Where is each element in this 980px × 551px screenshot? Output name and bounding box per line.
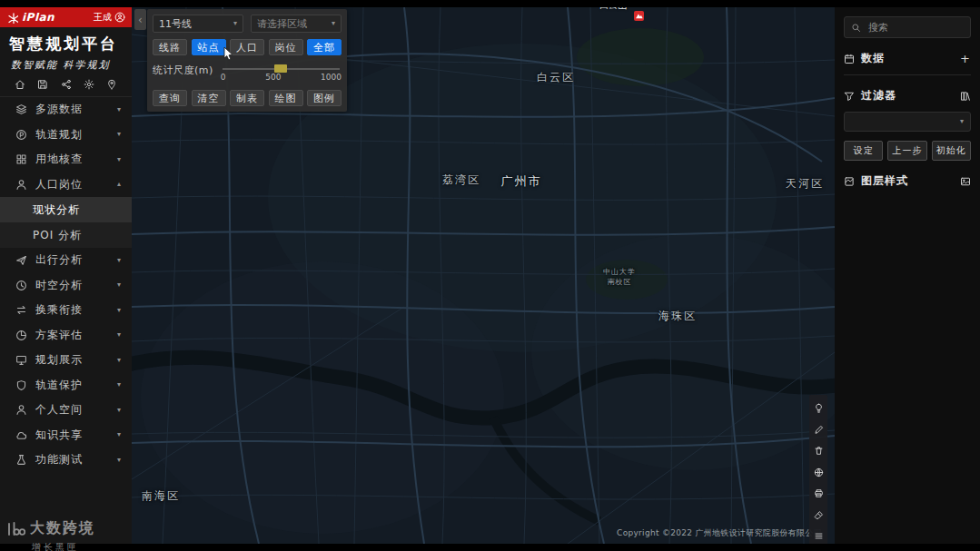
tab-all[interactable]: 全部 (307, 39, 342, 55)
tick-max: 1000 (321, 73, 342, 82)
user-menu[interactable]: 王成 (94, 11, 125, 24)
sidebar-item-land-use-check[interactable]: 用地核查 ▾ (0, 147, 132, 172)
sidebar-item-label: 时空分析 (35, 278, 109, 293)
right-sidebar: 数据 + 过滤器 ▾ 设定 上一步 初始化 图层样式 (835, 7, 980, 544)
chevron-left-icon: ‹ (138, 15, 143, 25)
monitor-icon (15, 354, 27, 366)
image-icon (960, 176, 971, 187)
chevron-down-icon: ▾ (233, 20, 237, 27)
tick-min: 0 (221, 73, 226, 82)
sidebar-item-poi-analysis[interactable]: POI 分析 (0, 222, 132, 248)
add-data-button[interactable]: + (960, 53, 971, 64)
table-button[interactable]: 制表 (230, 90, 264, 106)
layer-style-image-button[interactable] (960, 176, 971, 187)
sidebar-item-multi-source-data[interactable]: 多源数据 ▾ (0, 97, 132, 123)
draw-button[interactable]: 绘图 (269, 90, 303, 106)
person-icon (15, 179, 27, 191)
pie-chart-icon (15, 330, 27, 341)
search-input[interactable] (866, 21, 964, 34)
sidebar-item-transfer-connection[interactable]: 换乘衔接 ▾ (0, 298, 132, 323)
watermark-tagline: 增长黑匣 (6, 541, 95, 551)
initialize-button[interactable]: 初始化 (932, 141, 971, 161)
filter-buttons-row: 设定 上一步 初始化 (844, 141, 971, 161)
sidebar-item-status-analysis[interactable]: 现状分析 (0, 197, 132, 222)
query-button[interactable]: 查询 (153, 90, 187, 106)
filter-icon (844, 91, 855, 102)
settings-button[interactable] (84, 79, 94, 90)
sidebar-item-label: 轨道保护 (35, 378, 109, 393)
books-icon (960, 91, 971, 102)
sidebar-item-label: 方案评估 (35, 328, 109, 343)
watermark-logo (6, 521, 25, 537)
location-button[interactable] (106, 79, 117, 90)
save-button[interactable] (37, 79, 48, 90)
sidebar-menu: 多源数据 ▾ 轨道规划 ▾ 用地核查 ▾ 人口岗位 ▴ 现状分析 (0, 97, 132, 544)
calendar-icon (844, 54, 855, 64)
chevron-down-icon: ▾ (117, 257, 121, 264)
sidebar-item-population-jobs[interactable]: 人口岗位 ▴ (0, 172, 132, 198)
sidebar-item-spatiotemporal-analysis[interactable]: 时空分析 ▾ (0, 273, 132, 299)
previous-step-button[interactable]: 上一步 (887, 141, 926, 161)
eraser-icon (814, 510, 824, 520)
sidebar-item-personal-space[interactable]: 个人空间 ▾ (0, 398, 132, 423)
set-button[interactable]: 设定 (844, 141, 883, 161)
city-label-guangzhou: 广州市 (501, 173, 542, 190)
search-box[interactable] (844, 16, 971, 38)
delete-tool-button[interactable] (809, 440, 827, 462)
line-select[interactable]: 11号线 ▾ (153, 15, 243, 33)
chevron-down-icon: ▾ (117, 457, 121, 464)
layer-list-button[interactable] (809, 526, 827, 544)
tab-jobs[interactable]: 岗位 (269, 39, 303, 55)
layer-style-section-header: 图层样式 (844, 173, 971, 189)
map-container[interactable]: 白云山 白云区 荔湾区 广州市 天河区 中山大学 南校区 海珠区 南海区 ‹ 1… (132, 7, 835, 544)
print-tool-button[interactable] (809, 483, 827, 505)
sidebar-item-label: 多源数据 (35, 102, 109, 117)
grid-icon (15, 153, 27, 165)
highlight-tool-button[interactable] (809, 398, 827, 419)
map-marker-baiyunshan[interactable]: 白云山 (625, 7, 652, 25)
scale-slider[interactable]: 0 500 1000 (221, 62, 342, 84)
district-label-tianhe: 天河区 (786, 176, 824, 192)
quick-icon-bar (0, 76, 132, 97)
pencil-icon (814, 425, 824, 435)
submenu-item-label: 现状分析 (33, 202, 80, 218)
region-select[interactable]: 请选择区域 ▾ (251, 15, 342, 33)
rail-icon (15, 129, 27, 141)
platform-slogan: 数智赋能 科学规划 (0, 54, 132, 76)
sidebar-item-rail-protection[interactable]: 轨道保护 ▾ (0, 373, 132, 398)
page-title: 智慧规划平台 (0, 27, 132, 54)
district-label-haizhu: 海珠区 (658, 309, 697, 324)
filter-collection-button[interactable] (960, 91, 971, 102)
clear-button[interactable]: 清空 (192, 90, 226, 106)
sidebar-item-label: 用地核查 (35, 152, 109, 167)
sidebar-item-label: 规划展示 (35, 352, 109, 368)
tab-line[interactable]: 线路 (153, 39, 187, 55)
chevron-down-icon: ▾ (117, 131, 121, 138)
bulb-icon (814, 403, 824, 413)
sidebar-item-function-test[interactable]: 功能测试 ▾ (0, 448, 132, 473)
basemap-tool-button[interactable] (809, 462, 827, 484)
slider-handle[interactable] (274, 64, 287, 73)
sidebar-item-planning-display[interactable]: 规划展示 ▾ (0, 348, 132, 373)
filter-select[interactable]: ▾ (844, 112, 971, 132)
scenic-marker-icon (634, 11, 644, 21)
eraser-tool-button[interactable] (809, 505, 827, 526)
home-button[interactable] (15, 79, 25, 90)
district-label-baiyun: 白云区 (537, 70, 575, 85)
legend-button[interactable]: 图例 (307, 90, 342, 106)
analysis-control-panel: 11号线 ▾ 请选择区域 ▾ 线路 站点 人口 岗位 全部 统计尺度(m) (147, 9, 347, 112)
sidebar-item-knowledge-sharing[interactable]: 知识共享 ▾ (0, 423, 132, 448)
search-icon (851, 23, 861, 33)
sidebar-item-label: 功能测试 (35, 452, 109, 467)
sidebar-item-plan-evaluation[interactable]: 方案评估 ▾ (0, 323, 132, 349)
draw-tool-button[interactable] (809, 419, 827, 441)
tab-station[interactable]: 站点 (192, 39, 226, 55)
left-sidebar: iPlan 王成 智慧规划平台 数智赋能 科学规划 多源数据 ▾ 轨道规划 (0, 7, 132, 544)
share-button[interactable] (61, 79, 72, 90)
sidebar-item-travel-analysis[interactable]: 出行分析 ▾ (0, 248, 132, 273)
sidebar-item-rail-planning[interactable]: 轨道规划 ▾ (0, 123, 132, 148)
tab-population[interactable]: 人口 (230, 39, 264, 55)
collapse-panel-button[interactable]: ‹ (134, 9, 146, 30)
chevron-down-icon: ▾ (117, 431, 121, 438)
chevron-down-icon: ▾ (117, 156, 121, 163)
